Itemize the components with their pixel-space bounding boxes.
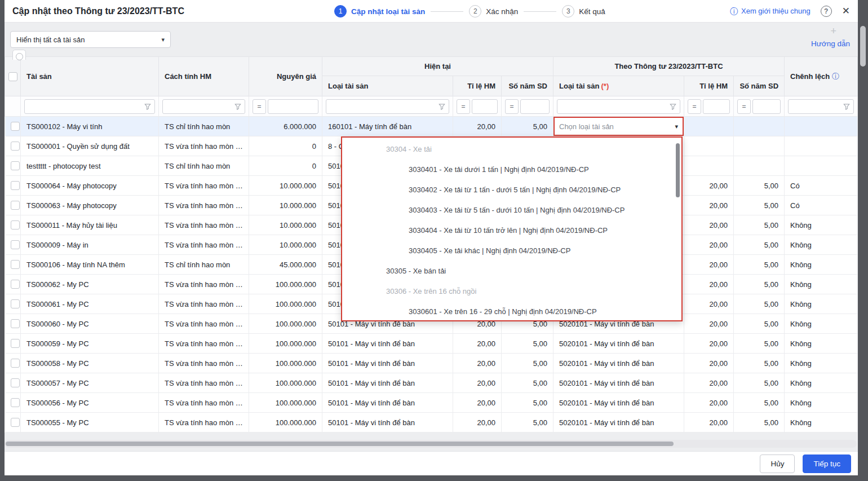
row-checkbox[interactable] — [11, 299, 20, 308]
step-result[interactable]: 3 Kết quả — [562, 5, 605, 17]
filter-funnel-icon[interactable] — [843, 103, 850, 110]
dropdown-scrollbar-thumb[interactable] — [676, 143, 680, 197]
horizontal-scrollbar-thumb[interactable] — [6, 442, 674, 446]
row-checkbox[interactable] — [11, 142, 20, 151]
cell-difference — [785, 136, 858, 156]
cell-difference: Không — [785, 393, 858, 413]
filter-operator-button[interactable]: = — [457, 99, 470, 114]
dropdown-item[interactable]: 3030403 - Xe tải từ 5 tấn - dưới 10 tấn … — [342, 200, 681, 220]
info-icon[interactable]: ⓘ — [832, 72, 839, 81]
filter-method-input[interactable] — [166, 102, 232, 111]
filter-operator-button[interactable]: = — [737, 99, 751, 114]
filter-funnel-icon[interactable] — [439, 103, 445, 110]
row-checkbox[interactable] — [11, 418, 20, 427]
table-row[interactable]: TS000055 - My PC TS vừa tính hao mòn vừ.… — [5, 413, 858, 433]
app-root: Danh sách tài sản cần cập nhật Cập nhật … — [0, 0, 868, 481]
cell-difference: Không — [785, 215, 858, 235]
close-icon[interactable]: ✕ — [842, 6, 850, 16]
cell-method: TS vừa tính hao mòn vừ... — [159, 136, 249, 156]
filter-operator-button[interactable]: = — [253, 99, 266, 114]
step-3-circle: 3 — [562, 5, 574, 17]
cell-cost: 100.000.000 — [249, 294, 322, 314]
cell-new-years — [734, 156, 785, 176]
row-checkbox[interactable] — [11, 161, 20, 170]
row-checkbox[interactable] — [11, 201, 20, 210]
filter-funnel-icon[interactable] — [234, 103, 241, 110]
row-checkbox[interactable] — [11, 378, 20, 387]
filter-new-type-input[interactable] — [561, 102, 667, 111]
filter-current-type-input[interactable] — [330, 102, 436, 111]
filter-new-years-input[interactable] — [752, 99, 781, 114]
table-row[interactable]: TS000102 - Máy vi tính TS chỉ tính hao m… — [5, 117, 858, 136]
dropdown-item[interactable]: 3030601 - Xe trên 16 - 29 chỗ | Nghị địn… — [342, 301, 681, 321]
help-icon[interactable]: ? — [821, 6, 832, 17]
dropdown-item[interactable]: 30305 - Xe bán tải — [342, 261, 681, 281]
cell-new-years: 5,00 — [734, 215, 785, 235]
cancel-button[interactable]: Hủy — [760, 454, 795, 473]
cell-cost: 0 — [249, 136, 322, 156]
step-1-circle: 1 — [334, 5, 347, 17]
filter-funnel-icon[interactable] — [670, 103, 676, 110]
step-update-asset-type[interactable]: 1 Cập nhật loại tài sản — [334, 5, 425, 17]
dropdown-item[interactable]: 30306 - Xe trên 16 chỗ ngồi — [342, 281, 681, 301]
table-row[interactable]: TS000056 - My PC TS vừa tính hao mòn vừ.… — [5, 393, 858, 413]
dropdown-item[interactable]: 30304 - Xe tải — [342, 139, 681, 159]
filter-current-rate-input[interactable] — [472, 99, 498, 114]
step-confirm[interactable]: 2 Xác nhận — [469, 5, 518, 17]
row-checkbox[interactable] — [11, 181, 20, 190]
filter-asset-input[interactable] — [28, 102, 142, 111]
cell-new-rate: 20,00 — [684, 196, 734, 215]
dialog-header: Cập nhật theo Thông tư 23/2023/TT-BTC 1 … — [5, 0, 858, 23]
dropdown-item[interactable]: 3030405 - Xe tải khác | Nghị định 04/201… — [342, 240, 681, 261]
row-checkbox[interactable] — [11, 339, 20, 348]
filter-current-years-input[interactable] — [520, 99, 550, 114]
table-row[interactable]: TS000058 - My PC TS vừa tính hao mòn vừ.… — [5, 354, 858, 373]
cell-method: TS vừa tính hao mòn vừ... — [159, 275, 249, 294]
dropdown-item[interactable]: 3030401 - Xe tải dưới 1 tấn | Nghị định … — [342, 159, 681, 179]
step-3-label: Kết quả — [579, 7, 605, 16]
row-checkbox[interactable] — [11, 240, 20, 249]
row-checkbox[interactable] — [11, 220, 20, 230]
row-checkbox[interactable] — [11, 398, 20, 407]
row-checkbox[interactable] — [11, 280, 20, 289]
dropdown-item[interactable]: 3030402 - Xe tải từ 1 tấn - dưới 5 tấn |… — [342, 179, 681, 200]
view-introduction-link[interactable]: ⓘ Xem giới thiệu chung — [730, 7, 811, 15]
filter-cost-input[interactable] — [268, 99, 318, 114]
horizontal-scrollbar[interactable] — [5, 440, 857, 448]
cell-cost: 100.000.000 — [249, 413, 322, 433]
chevron-down-icon: ▾ — [161, 36, 165, 43]
table-row[interactable]: TS000057 - My PC TS vừa tính hao mòn vừ.… — [5, 373, 858, 393]
cell-difference: Không — [785, 294, 858, 314]
page-vertical-scrollbar-thumb[interactable] — [860, 26, 866, 67]
cell-current-rate: 20,00 — [453, 393, 502, 413]
cell-new-type: Chọn loại tài sản▾ — [553, 117, 684, 136]
dialog-title: Cập nhật theo Thông tư 23/2023/TT-BTC — [12, 6, 184, 16]
cell-current-type: 50101 - Máy vi tính để bàn — [322, 393, 453, 413]
cell-new-years: 5,00 — [734, 275, 785, 294]
guide-link[interactable]: Hướng dẫn — [811, 39, 850, 48]
select-all-checkbox[interactable] — [8, 72, 17, 81]
row-checkbox[interactable] — [11, 319, 20, 328]
cell-cost: 6.000.000 — [249, 117, 322, 136]
cell-asset: TS000001 - Quyền sử dụng đất — [21, 136, 159, 156]
stepper: 1 Cập nhật loại tài sản 2 Xác nhận 3 Kết… — [334, 0, 605, 23]
row-checkbox[interactable] — [11, 359, 20, 368]
clipped-control — [12, 50, 26, 60]
dropdown-item[interactable]: 3030404 - Xe tải từ 10 tấn trở lên | Ngh… — [342, 220, 681, 240]
table-row[interactable]: TS000059 - My PC TS vừa tính hao mòn vừ.… — [5, 334, 858, 354]
filter-new-rate-input[interactable] — [703, 99, 730, 114]
asset-display-filter-select[interactable]: Hiển thị tất cả tài sản ▾ — [10, 31, 171, 48]
row-checkbox[interactable] — [11, 260, 20, 269]
continue-button[interactable]: Tiếp tục — [803, 454, 851, 473]
asset-type-combobox[interactable]: Chọn loại tài sản▾ — [553, 117, 684, 136]
filter-operator-button[interactable]: = — [505, 99, 519, 114]
cell-difference: Không — [785, 413, 858, 433]
filter-operator-button[interactable]: = — [688, 99, 701, 114]
filter-method-cell — [159, 96, 249, 117]
filter-difference-input[interactable] — [792, 102, 841, 111]
row-checkbox[interactable] — [11, 122, 20, 131]
cell-new-years — [734, 117, 785, 136]
filter-funnel-icon[interactable] — [144, 103, 151, 110]
cell-cost: 0 — [249, 156, 322, 176]
cell-current-rate: 20,00 — [453, 413, 502, 433]
